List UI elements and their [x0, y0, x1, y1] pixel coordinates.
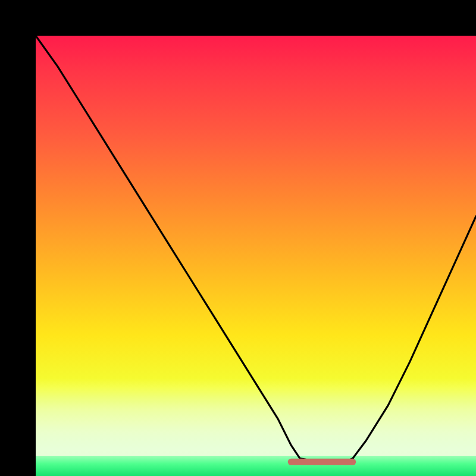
plot-area — [36, 36, 476, 476]
heat-gradient-background — [36, 36, 476, 476]
chart-frame — [0, 0, 476, 476]
chart-container: TheBottleneck.com — [0, 0, 476, 476]
green-bottom-strip — [36, 456, 476, 476]
